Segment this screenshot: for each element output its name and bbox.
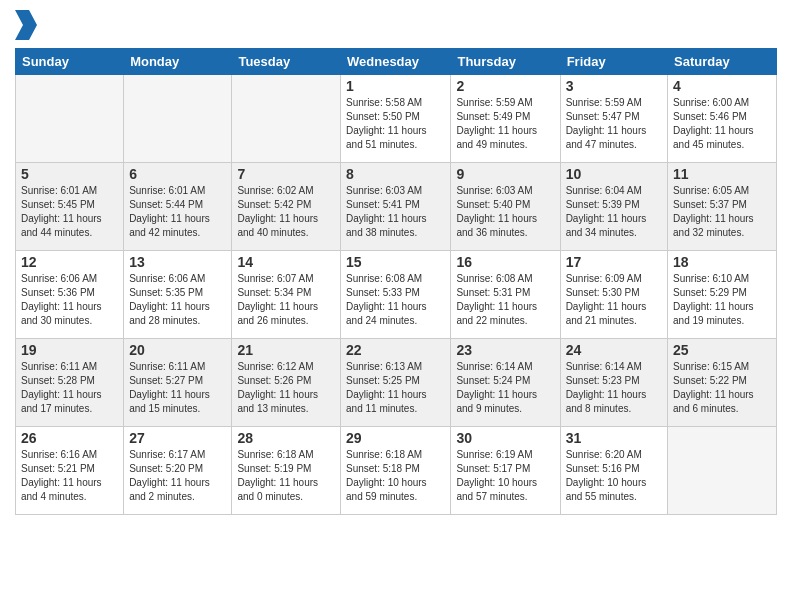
page: SundayMondayTuesdayWednesdayThursdayFrid… <box>0 0 792 612</box>
calendar-day-cell: 14Sunrise: 6:07 AM Sunset: 5:34 PM Dayli… <box>232 251 341 339</box>
calendar-day-cell: 9Sunrise: 6:03 AM Sunset: 5:40 PM Daylig… <box>451 163 560 251</box>
calendar-day-cell: 1Sunrise: 5:58 AM Sunset: 5:50 PM Daylig… <box>341 75 451 163</box>
calendar-day-cell: 16Sunrise: 6:08 AM Sunset: 5:31 PM Dayli… <box>451 251 560 339</box>
calendar-day-cell: 21Sunrise: 6:12 AM Sunset: 5:26 PM Dayli… <box>232 339 341 427</box>
calendar-day-cell: 4Sunrise: 6:00 AM Sunset: 5:46 PM Daylig… <box>668 75 777 163</box>
day-number: 21 <box>237 342 335 358</box>
svg-marker-0 <box>15 10 37 40</box>
day-info: Sunrise: 6:15 AM Sunset: 5:22 PM Dayligh… <box>673 360 771 416</box>
calendar-week-row: 1Sunrise: 5:58 AM Sunset: 5:50 PM Daylig… <box>16 75 777 163</box>
calendar-day-cell: 24Sunrise: 6:14 AM Sunset: 5:23 PM Dayli… <box>560 339 667 427</box>
day-number: 27 <box>129 430 226 446</box>
day-number: 8 <box>346 166 445 182</box>
calendar-day-cell: 8Sunrise: 6:03 AM Sunset: 5:41 PM Daylig… <box>341 163 451 251</box>
calendar-day-cell <box>668 427 777 515</box>
day-number: 16 <box>456 254 554 270</box>
day-info: Sunrise: 6:10 AM Sunset: 5:29 PM Dayligh… <box>673 272 771 328</box>
day-number: 13 <box>129 254 226 270</box>
day-number: 26 <box>21 430 118 446</box>
calendar-day-cell: 27Sunrise: 6:17 AM Sunset: 5:20 PM Dayli… <box>124 427 232 515</box>
calendar-day-cell: 30Sunrise: 6:19 AM Sunset: 5:17 PM Dayli… <box>451 427 560 515</box>
calendar-day-cell: 5Sunrise: 6:01 AM Sunset: 5:45 PM Daylig… <box>16 163 124 251</box>
calendar-day-cell: 31Sunrise: 6:20 AM Sunset: 5:16 PM Dayli… <box>560 427 667 515</box>
day-info: Sunrise: 6:01 AM Sunset: 5:45 PM Dayligh… <box>21 184 118 240</box>
day-info: Sunrise: 6:04 AM Sunset: 5:39 PM Dayligh… <box>566 184 662 240</box>
calendar-day-cell: 10Sunrise: 6:04 AM Sunset: 5:39 PM Dayli… <box>560 163 667 251</box>
day-info: Sunrise: 6:07 AM Sunset: 5:34 PM Dayligh… <box>237 272 335 328</box>
calendar-day-cell: 26Sunrise: 6:16 AM Sunset: 5:21 PM Dayli… <box>16 427 124 515</box>
day-number: 15 <box>346 254 445 270</box>
calendar-week-row: 12Sunrise: 6:06 AM Sunset: 5:36 PM Dayli… <box>16 251 777 339</box>
day-number: 5 <box>21 166 118 182</box>
calendar-day-cell: 3Sunrise: 5:59 AM Sunset: 5:47 PM Daylig… <box>560 75 667 163</box>
day-info: Sunrise: 6:11 AM Sunset: 5:27 PM Dayligh… <box>129 360 226 416</box>
calendar-table: SundayMondayTuesdayWednesdayThursdayFrid… <box>15 48 777 515</box>
day-number: 30 <box>456 430 554 446</box>
day-number: 3 <box>566 78 662 94</box>
day-number: 20 <box>129 342 226 358</box>
day-number: 18 <box>673 254 771 270</box>
header <box>15 10 777 40</box>
day-number: 31 <box>566 430 662 446</box>
calendar-day-cell: 13Sunrise: 6:06 AM Sunset: 5:35 PM Dayli… <box>124 251 232 339</box>
day-info: Sunrise: 5:59 AM Sunset: 5:47 PM Dayligh… <box>566 96 662 152</box>
day-info: Sunrise: 6:08 AM Sunset: 5:31 PM Dayligh… <box>456 272 554 328</box>
calendar-day-cell: 15Sunrise: 6:08 AM Sunset: 5:33 PM Dayli… <box>341 251 451 339</box>
weekday-header: Wednesday <box>341 49 451 75</box>
day-number: 29 <box>346 430 445 446</box>
weekday-header: Sunday <box>16 49 124 75</box>
day-info: Sunrise: 6:12 AM Sunset: 5:26 PM Dayligh… <box>237 360 335 416</box>
calendar-day-cell: 28Sunrise: 6:18 AM Sunset: 5:19 PM Dayli… <box>232 427 341 515</box>
calendar-day-cell: 19Sunrise: 6:11 AM Sunset: 5:28 PM Dayli… <box>16 339 124 427</box>
weekday-header: Monday <box>124 49 232 75</box>
calendar-day-cell <box>16 75 124 163</box>
day-number: 12 <box>21 254 118 270</box>
day-info: Sunrise: 6:00 AM Sunset: 5:46 PM Dayligh… <box>673 96 771 152</box>
calendar-week-row: 5Sunrise: 6:01 AM Sunset: 5:45 PM Daylig… <box>16 163 777 251</box>
calendar-day-cell: 11Sunrise: 6:05 AM Sunset: 5:37 PM Dayli… <box>668 163 777 251</box>
calendar-day-cell: 6Sunrise: 6:01 AM Sunset: 5:44 PM Daylig… <box>124 163 232 251</box>
day-info: Sunrise: 6:08 AM Sunset: 5:33 PM Dayligh… <box>346 272 445 328</box>
day-info: Sunrise: 6:03 AM Sunset: 5:40 PM Dayligh… <box>456 184 554 240</box>
calendar-week-row: 26Sunrise: 6:16 AM Sunset: 5:21 PM Dayli… <box>16 427 777 515</box>
weekday-header: Tuesday <box>232 49 341 75</box>
day-info: Sunrise: 6:06 AM Sunset: 5:36 PM Dayligh… <box>21 272 118 328</box>
day-info: Sunrise: 6:18 AM Sunset: 5:19 PM Dayligh… <box>237 448 335 504</box>
day-info: Sunrise: 6:14 AM Sunset: 5:24 PM Dayligh… <box>456 360 554 416</box>
calendar-week-row: 19Sunrise: 6:11 AM Sunset: 5:28 PM Dayli… <box>16 339 777 427</box>
calendar-day-cell: 29Sunrise: 6:18 AM Sunset: 5:18 PM Dayli… <box>341 427 451 515</box>
day-number: 14 <box>237 254 335 270</box>
calendar-day-cell: 22Sunrise: 6:13 AM Sunset: 5:25 PM Dayli… <box>341 339 451 427</box>
day-info: Sunrise: 5:58 AM Sunset: 5:50 PM Dayligh… <box>346 96 445 152</box>
weekday-header: Friday <box>560 49 667 75</box>
day-info: Sunrise: 6:17 AM Sunset: 5:20 PM Dayligh… <box>129 448 226 504</box>
weekday-header: Saturday <box>668 49 777 75</box>
day-info: Sunrise: 5:59 AM Sunset: 5:49 PM Dayligh… <box>456 96 554 152</box>
day-number: 28 <box>237 430 335 446</box>
weekday-header: Thursday <box>451 49 560 75</box>
logo-icon <box>15 10 37 40</box>
calendar-day-cell: 23Sunrise: 6:14 AM Sunset: 5:24 PM Dayli… <box>451 339 560 427</box>
day-info: Sunrise: 6:03 AM Sunset: 5:41 PM Dayligh… <box>346 184 445 240</box>
day-info: Sunrise: 6:05 AM Sunset: 5:37 PM Dayligh… <box>673 184 771 240</box>
day-number: 11 <box>673 166 771 182</box>
day-number: 23 <box>456 342 554 358</box>
day-info: Sunrise: 6:09 AM Sunset: 5:30 PM Dayligh… <box>566 272 662 328</box>
day-info: Sunrise: 6:19 AM Sunset: 5:17 PM Dayligh… <box>456 448 554 504</box>
calendar-day-cell: 12Sunrise: 6:06 AM Sunset: 5:36 PM Dayli… <box>16 251 124 339</box>
day-info: Sunrise: 6:06 AM Sunset: 5:35 PM Dayligh… <box>129 272 226 328</box>
day-number: 25 <box>673 342 771 358</box>
day-number: 4 <box>673 78 771 94</box>
day-number: 7 <box>237 166 335 182</box>
day-info: Sunrise: 6:02 AM Sunset: 5:42 PM Dayligh… <box>237 184 335 240</box>
calendar-day-cell: 20Sunrise: 6:11 AM Sunset: 5:27 PM Dayli… <box>124 339 232 427</box>
day-number: 9 <box>456 166 554 182</box>
day-info: Sunrise: 6:13 AM Sunset: 5:25 PM Dayligh… <box>346 360 445 416</box>
day-info: Sunrise: 6:16 AM Sunset: 5:21 PM Dayligh… <box>21 448 118 504</box>
calendar-day-cell: 25Sunrise: 6:15 AM Sunset: 5:22 PM Dayli… <box>668 339 777 427</box>
day-info: Sunrise: 6:14 AM Sunset: 5:23 PM Dayligh… <box>566 360 662 416</box>
day-number: 19 <box>21 342 118 358</box>
day-number: 22 <box>346 342 445 358</box>
calendar-day-cell <box>124 75 232 163</box>
day-info: Sunrise: 6:20 AM Sunset: 5:16 PM Dayligh… <box>566 448 662 504</box>
